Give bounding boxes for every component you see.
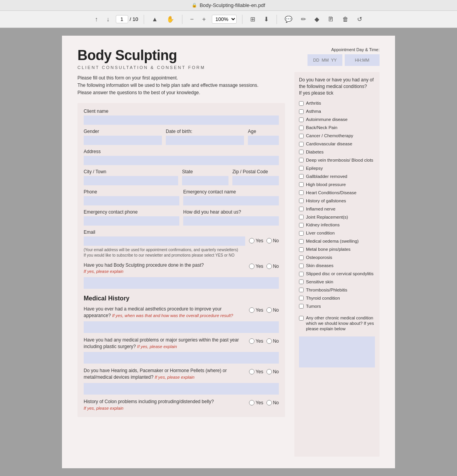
skin-checkbox[interactable]: [299, 264, 304, 268]
joint-checkbox[interactable]: [299, 215, 304, 219]
medical-problems-no-radio[interactable]: [266, 338, 272, 344]
colon-yes-label[interactable]: Yes: [249, 400, 263, 405]
sensitive-skin-label: Sensitive skin: [306, 279, 333, 285]
kidney-checkbox[interactable]: [299, 223, 304, 228]
highlight-button[interactable]: ◆: [312, 14, 321, 24]
tumors-checkbox[interactable]: [299, 304, 304, 309]
colon-no-radio[interactable]: [266, 400, 272, 405]
body-sculpting-yes-label[interactable]: Yes: [249, 264, 263, 269]
dvt-checkbox[interactable]: [299, 158, 304, 162]
hand-tool-button[interactable]: ✋: [164, 14, 177, 24]
liver-checkbox[interactable]: [299, 231, 304, 236]
trash-button[interactable]: 🗑: [340, 14, 351, 24]
no-label: No: [273, 238, 279, 243]
gallbladder-checkbox[interactable]: [299, 174, 304, 179]
prev-page-button[interactable]: ↑: [93, 14, 100, 24]
aesthetics-yes-label[interactable]: Yes: [249, 307, 263, 313]
diabetes-checkbox[interactable]: [299, 150, 304, 154]
client-name-input[interactable]: [84, 116, 279, 125]
how-hear-label: How did you hear about us?: [183, 209, 279, 215]
phone-label: Phone: [84, 189, 179, 195]
cancer-checkbox[interactable]: [299, 134, 304, 138]
gender-input[interactable]: [84, 136, 162, 145]
medical-problems-explain-input[interactable]: [84, 352, 279, 364]
email-input[interactable]: [84, 236, 245, 246]
medical-problems-no-label[interactable]: No: [266, 338, 279, 344]
hearing-aids-no-radio[interactable]: [266, 369, 272, 374]
dob-input[interactable]: [166, 136, 244, 145]
comment-button[interactable]: 💬: [282, 14, 295, 24]
state-input[interactable]: [182, 176, 228, 185]
high-bp-checkbox[interactable]: [299, 182, 304, 187]
gender-label: Gender: [84, 129, 162, 134]
page-number-input[interactable]: [116, 15, 128, 23]
emergency-name-input[interactable]: [183, 196, 279, 205]
zoom-in-button[interactable]: +: [200, 14, 208, 24]
appointment-date-input[interactable]: [308, 54, 342, 66]
arthritis-checkbox[interactable]: [299, 101, 304, 106]
aesthetics-explain-input[interactable]: [84, 321, 279, 333]
hearing-aids-yes-label[interactable]: Yes: [249, 369, 263, 374]
other-condition-checkbox[interactable]: [299, 316, 304, 321]
emergency-phone-input[interactable]: [84, 216, 179, 226]
hearing-aids-explain-input[interactable]: [84, 383, 279, 395]
stamp-button[interactable]: 🖹: [325, 14, 336, 24]
aesthetics-yes-radio[interactable]: [249, 307, 254, 313]
phone-input[interactable]: [84, 196, 179, 205]
colon-yes-radio[interactable]: [249, 400, 254, 405]
body-sculpting-explain-input[interactable]: [84, 277, 279, 289]
hearing-aids-yes-radio[interactable]: [249, 369, 254, 374]
arthritis-label: Arthritis: [306, 100, 321, 106]
slipped-disc-checkbox[interactable]: [299, 272, 304, 276]
yes-radio-label[interactable]: Yes: [249, 238, 263, 243]
pen-button[interactable]: ✏: [299, 14, 308, 24]
body-sculpting-no-label[interactable]: No: [266, 264, 279, 269]
gallstones-checkbox[interactable]: [299, 198, 304, 203]
body-sculpting-yes-radio[interactable]: [249, 264, 254, 269]
medical-problems-yes-label[interactable]: Yes: [249, 338, 263, 344]
back-neck-checkbox[interactable]: [299, 126, 304, 130]
heart-checkbox[interactable]: [299, 190, 304, 195]
thyroid-checkbox[interactable]: [299, 296, 304, 300]
cardiovascular-checkbox[interactable]: [299, 142, 304, 147]
no-radio[interactable]: [266, 238, 272, 243]
osteoporosis-checkbox[interactable]: [299, 255, 304, 260]
asthma-checkbox[interactable]: [299, 109, 304, 114]
other-condition-textarea[interactable]: [299, 336, 375, 367]
next-page-button[interactable]: ↓: [104, 14, 112, 24]
kidney-label: Kidney infections: [306, 222, 340, 228]
toolbar-divider-1: [144, 15, 144, 24]
zip-input[interactable]: [232, 176, 279, 185]
epilepsy-checkbox[interactable]: [299, 166, 304, 171]
metal-bone-checkbox[interactable]: [299, 247, 304, 252]
zoom-select[interactable]: 100% 75% 125% 150%: [212, 15, 237, 24]
hearing-aids-question-row: Do you have Hearing aids, Pacemaker or H…: [84, 367, 279, 395]
autoimmune-checkbox[interactable]: [299, 117, 304, 122]
colon-no-label[interactable]: No: [266, 400, 279, 405]
city-input[interactable]: [84, 176, 178, 185]
aesthetics-no-radio[interactable]: [266, 307, 272, 313]
cursor-tool-button[interactable]: ▲: [149, 14, 160, 24]
medical-problems-question-line: Have you had any medical problems or maj…: [84, 337, 279, 350]
age-input[interactable]: [248, 136, 279, 145]
body-sculpting-question-line: Have you had Body Sculpting procedure do…: [84, 262, 279, 275]
yes-radio[interactable]: [249, 238, 254, 243]
undo-button[interactable]: ↺: [355, 14, 364, 24]
no-radio-label[interactable]: No: [266, 238, 279, 243]
body-sculpting-no-radio[interactable]: [266, 264, 272, 269]
left-column: Body Sculpting CLIENT CONSULTATION & CON…: [77, 47, 285, 457]
medical-problems-yes-radio[interactable]: [249, 338, 254, 344]
download-button[interactable]: ⬇: [261, 14, 271, 24]
zoom-out-button[interactable]: −: [188, 14, 196, 24]
thrombosis-checkbox[interactable]: [299, 288, 304, 292]
aesthetics-no-label[interactable]: No: [266, 307, 279, 313]
address-input[interactable]: [84, 156, 279, 165]
how-hear-input[interactable]: [183, 216, 279, 226]
fit-button[interactable]: ⊞: [248, 14, 258, 24]
appointment-time-input[interactable]: [345, 54, 380, 66]
hearing-aids-no-label[interactable]: No: [266, 369, 279, 374]
oedema-checkbox[interactable]: [299, 239, 304, 244]
sensitive-skin-checkbox[interactable]: [299, 279, 304, 284]
age-group: Age: [248, 129, 279, 145]
inflamed-nerve-checkbox[interactable]: [299, 207, 304, 211]
